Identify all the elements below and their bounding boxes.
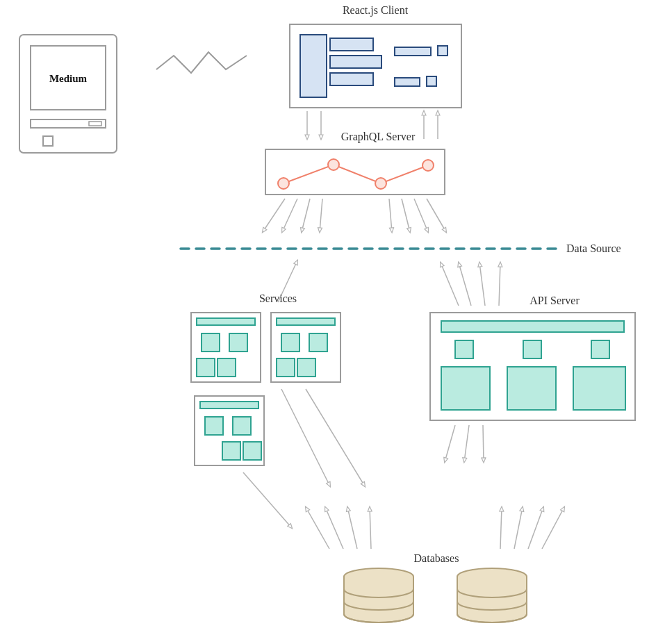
database-cylinder-icon (457, 568, 527, 622)
svg-rect-60 (573, 367, 625, 410)
computer-terminal-icon: Medium (19, 35, 117, 153)
svg-line-68 (325, 507, 343, 549)
computer-screen-label: Medium (49, 73, 88, 84)
svg-rect-40 (217, 358, 236, 377)
svg-rect-37 (202, 333, 220, 352)
svg-line-32 (459, 263, 471, 306)
svg-point-21 (375, 178, 386, 189)
svg-rect-10 (395, 47, 431, 56)
svg-line-69 (347, 507, 357, 549)
svg-line-62 (306, 389, 365, 486)
database-cylinder-icon (344, 568, 413, 622)
svg-rect-13 (427, 76, 436, 86)
svg-rect-46 (297, 358, 315, 377)
svg-point-20 (328, 159, 339, 170)
data-source-label: Data Source (566, 242, 621, 254)
graphql-server-box (265, 149, 445, 195)
svg-line-66 (483, 425, 484, 462)
arrows-graphql-fanout (263, 199, 446, 232)
svg-rect-45 (277, 358, 295, 377)
svg-rect-38 (229, 333, 247, 352)
svg-line-29 (414, 199, 428, 232)
react-client-box (290, 24, 461, 108)
svg-rect-54 (441, 321, 624, 332)
svg-line-26 (320, 199, 322, 232)
svg-line-64 (445, 425, 455, 462)
arrows-db-up-left (306, 507, 371, 549)
service-card (195, 396, 264, 465)
svg-rect-9 (330, 73, 373, 85)
svg-line-65 (464, 425, 469, 462)
arrows-api-db (445, 425, 484, 462)
svg-rect-52 (243, 442, 261, 460)
architecture-diagram: Medium React.js Client GraphQL Server (0, 0, 665, 644)
svg-line-74 (542, 507, 564, 549)
svg-rect-43 (281, 333, 299, 352)
svg-rect-51 (222, 442, 240, 460)
services-group (191, 313, 340, 465)
zigzag-connector-icon (156, 52, 247, 73)
svg-rect-11 (438, 46, 448, 56)
svg-rect-55 (455, 340, 473, 358)
svg-line-27 (389, 199, 392, 232)
svg-line-25 (302, 199, 310, 232)
svg-line-70 (370, 507, 371, 549)
arrows-api-up (441, 263, 500, 306)
svg-line-72 (514, 507, 523, 549)
svg-rect-49 (205, 417, 223, 435)
svg-rect-36 (197, 318, 255, 325)
svg-rect-57 (591, 340, 609, 358)
svg-line-71 (500, 507, 502, 549)
service-card (191, 313, 261, 382)
react-client-label: React.js Client (343, 4, 409, 17)
svg-line-23 (263, 199, 285, 232)
svg-rect-59 (507, 367, 556, 410)
service-card (271, 313, 340, 382)
svg-rect-42 (277, 318, 335, 325)
api-server-label: API Server (529, 295, 580, 306)
services-label: Services (259, 292, 297, 304)
svg-rect-18 (265, 149, 445, 195)
svg-rect-58 (441, 367, 490, 410)
svg-rect-44 (309, 333, 327, 352)
svg-line-30 (427, 199, 446, 232)
svg-point-19 (278, 178, 289, 189)
svg-line-31 (441, 263, 459, 306)
svg-rect-50 (233, 417, 251, 435)
svg-line-34 (499, 263, 500, 306)
svg-rect-7 (330, 38, 373, 51)
svg-line-61 (281, 389, 330, 486)
svg-line-73 (528, 507, 543, 549)
api-server-box (430, 313, 635, 420)
graphql-server-label: GraphQL Server (341, 131, 416, 143)
svg-rect-12 (395, 78, 420, 86)
svg-rect-56 (523, 340, 541, 358)
svg-rect-8 (330, 56, 381, 68)
svg-line-28 (402, 199, 410, 232)
svg-rect-48 (200, 402, 258, 408)
svg-point-22 (422, 160, 434, 171)
svg-line-24 (282, 199, 297, 232)
svg-rect-6 (300, 35, 327, 97)
svg-rect-39 (197, 358, 215, 377)
arrows-db-up-right (500, 507, 564, 549)
svg-line-67 (306, 507, 329, 549)
svg-line-63 (243, 472, 292, 528)
databases-label: Databases (414, 552, 459, 564)
svg-line-33 (479, 263, 485, 306)
